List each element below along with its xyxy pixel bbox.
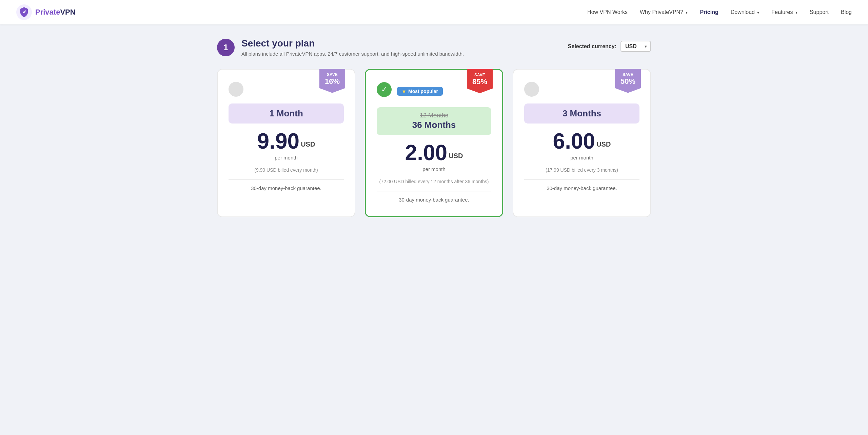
save-badge-annual: SAVE 85%	[467, 69, 493, 93]
logo-icon	[16, 4, 32, 20]
navbar: PrivateVPN How VPN Works Why PrivateVPN?…	[0, 0, 868, 24]
price-currency-annual: USD	[449, 152, 463, 159]
price-main-monthly: 9.90	[257, 129, 300, 153]
plan-card-monthly[interactable]: SAVE 16% 1 Month 9.90USD per month (9.90…	[217, 69, 355, 217]
price-period-annual: per month	[377, 166, 491, 172]
card-divider-annual	[377, 191, 491, 191]
step-badge: 1	[217, 39, 235, 56]
page-title: Select your plan	[241, 38, 464, 49]
main-content: 1 Select your plan All plans include all…	[197, 24, 671, 231]
plan-name-quarterly: 3 Months	[563, 108, 601, 118]
plan-name-box-monthly: 1 Month	[229, 103, 344, 124]
price-area-annual: 2.00USD	[377, 142, 491, 164]
currency-wrapper: USD EUR GBP	[620, 41, 651, 52]
pricing-grid: SAVE 16% 1 Month 9.90USD per month (9.90…	[217, 69, 651, 217]
currency-selector: Selected currency: USD EUR GBP	[568, 41, 651, 52]
nav-download[interactable]: Download ▾	[731, 9, 760, 15]
plan-name-annual: 36 Months	[412, 120, 456, 130]
nav-pricing[interactable]: Pricing	[700, 9, 718, 15]
billed-text-monthly: (9.90 USD billed every month)	[229, 167, 344, 173]
guarantee-quarterly: 30-day money-back guarantee.	[524, 185, 639, 191]
logo-text: PrivateVPN	[35, 8, 76, 17]
nav-why-privatevpn[interactable]: Why PrivateVPN? ▾	[640, 9, 688, 15]
card-circle-quarterly	[524, 82, 539, 97]
currency-select[interactable]: USD EUR GBP	[620, 41, 651, 52]
card-divider-monthly	[229, 179, 344, 180]
billed-text-quarterly: (17.99 USD billed every 3 months)	[524, 167, 639, 173]
plan-name-box-quarterly: 3 Months	[524, 103, 639, 124]
most-popular-badge: ★ Most popular	[397, 87, 443, 96]
logo[interactable]: PrivateVPN	[16, 4, 76, 20]
save-badge-monthly: SAVE 16%	[319, 69, 345, 93]
price-area-quarterly: 6.00USD	[524, 130, 639, 152]
nav-features[interactable]: Features ▾	[771, 9, 797, 15]
price-main-annual: 2.00	[405, 140, 448, 165]
price-currency-monthly: USD	[301, 140, 315, 148]
price-period-quarterly: per month	[524, 155, 639, 160]
plan-name-box-annual: 12 Months 36 Months	[377, 107, 491, 135]
nav-blog[interactable]: Blog	[841, 9, 852, 15]
price-main-quarterly: 6.00	[553, 129, 595, 153]
currency-label: Selected currency:	[568, 43, 616, 50]
card-divider-quarterly	[524, 179, 639, 180]
plan-name-strikethrough-annual: 12 Months	[385, 112, 483, 119]
page-subtitle: All plans include all PrivateVPN apps, 2…	[241, 51, 464, 57]
plan-card-annual[interactable]: SAVE 85% ✓ ★ Most popular 12 Months 36 M…	[365, 69, 503, 217]
card-circle-annual: ✓	[377, 82, 392, 97]
guarantee-monthly: 30-day money-back guarantee.	[229, 185, 344, 191]
billed-text-annual: (72.00 USD billed every 12 months after …	[377, 179, 491, 184]
card-circle-monthly	[229, 82, 243, 97]
plan-card-quarterly[interactable]: SAVE 50% 3 Months 6.00USD per month (17.…	[513, 69, 651, 217]
price-period-monthly: per month	[229, 155, 344, 160]
save-badge-quarterly: SAVE 50%	[615, 69, 641, 93]
nav-how-vpn-works[interactable]: How VPN Works	[587, 9, 628, 15]
nav-links: How VPN Works Why PrivateVPN? ▾ Pricing …	[587, 9, 852, 15]
section-title: Select your plan All plans include all P…	[241, 38, 464, 57]
price-area-monthly: 9.90USD	[229, 130, 344, 152]
price-currency-quarterly: USD	[596, 140, 611, 148]
section-header: 1 Select your plan All plans include all…	[217, 38, 651, 57]
nav-support[interactable]: Support	[810, 9, 829, 15]
guarantee-annual: 30-day money-back guarantee.	[377, 197, 491, 203]
plan-name-monthly: 1 Month	[269, 108, 303, 118]
section-title-area: 1 Select your plan All plans include all…	[217, 38, 464, 57]
